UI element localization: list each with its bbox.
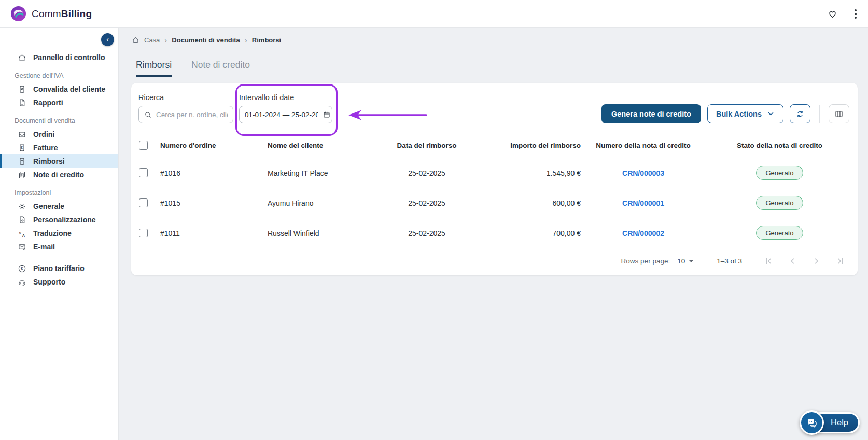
dropdown-arrow-icon	[689, 260, 694, 262]
refresh-button[interactable]	[790, 104, 810, 123]
date-range-input[interactable]	[245, 111, 318, 119]
brand-name: CommBilling	[32, 8, 92, 20]
inbox-icon	[18, 130, 26, 139]
rows-per-page-value: 10	[677, 257, 685, 265]
row-checkbox[interactable]	[139, 229, 148, 237]
sidebar-collapse-button[interactable]: ‹	[101, 33, 114, 46]
table-row: #1015 Ayumu Hirano 25-02-2025 600,00 € C…	[131, 188, 858, 218]
bulk-actions-button[interactable]: Bulk Actions	[707, 104, 783, 123]
credit-note-link[interactable]: CRN/000003	[622, 169, 664, 177]
column-header-credit-note-status: Stato della nota di credito	[702, 137, 858, 158]
sidebar-section-settings: Impostazioni	[0, 189, 118, 196]
credit-note-link[interactable]: CRN/000002	[622, 229, 664, 237]
sidebar-item-translation[interactable]: Traduzione	[0, 226, 118, 240]
chevron-down-icon	[767, 110, 775, 118]
kebab-menu-icon[interactable]	[852, 7, 859, 21]
sidebar-item-email[interactable]: E-mail	[0, 240, 118, 253]
pagination-bar: Rows per page: 10 1–3 of 3	[131, 248, 858, 267]
receipt-return-icon	[18, 157, 26, 166]
toolbar-divider	[819, 105, 820, 123]
help-button[interactable]: Help	[800, 410, 860, 435]
home-icon	[18, 53, 26, 62]
next-page-icon[interactable]	[811, 256, 821, 266]
toolbar-actions: Genera note di credito Bulk Actions	[601, 104, 849, 123]
cell-refund-amount: 600,00 €	[486, 188, 585, 218]
breadcrumb-section[interactable]: Documenti di vendita	[172, 36, 240, 44]
sidebar-section-sales-documents: Documenti di vendita	[0, 117, 118, 124]
tab-bar: Rimborsi Note di credito	[136, 60, 868, 77]
search-label: Ricerca	[138, 93, 233, 102]
sidebar-item-label: Traduzione	[33, 229, 72, 237]
main-content: Casa › Documenti di vendita › Rimborsi R…	[119, 28, 868, 440]
sidebar-item-label: Piano tariffario	[33, 264, 85, 273]
select-all-checkbox[interactable]	[139, 141, 148, 150]
sidebar-item-label: Rimborsi	[33, 157, 65, 165]
row-checkbox[interactable]	[139, 198, 148, 207]
tab-refunds[interactable]: Rimborsi	[136, 60, 172, 77]
tab-credit-notes[interactable]: Note di credito	[191, 60, 250, 77]
column-header-order-number: Numero d'ordine	[156, 137, 263, 158]
sidebar-item-label: E-mail	[33, 243, 55, 251]
sidebar-item-refunds[interactable]: Rimborsi	[0, 154, 118, 168]
columns-button[interactable]	[829, 104, 849, 123]
search-filter: Ricerca	[138, 93, 233, 123]
sidebar-item-label: Ordini	[33, 130, 54, 138]
sidebar-item-support[interactable]: Supporto	[0, 275, 118, 289]
sidebar-item-customer-validation[interactable]: Convalida del cliente	[0, 82, 118, 96]
last-page-icon[interactable]	[835, 256, 845, 266]
sidebar-item-pricing-plan[interactable]: Piano tariffario	[0, 262, 118, 275]
column-header-credit-note-number: Numero della nota di credito	[585, 137, 702, 158]
search-input[interactable]	[156, 111, 228, 119]
row-checkbox[interactable]	[139, 168, 148, 177]
gear-icon	[18, 202, 26, 211]
refunds-card: Ricerca Intervallo di date Gener	[131, 83, 858, 275]
cell-order-number: #1015	[156, 188, 263, 218]
status-badge: Generato	[756, 166, 803, 180]
column-header-customer-name: Nome del cliente	[263, 137, 367, 158]
refunds-table: Numero d'ordine Nome del cliente Data de…	[131, 137, 858, 248]
cell-refund-amount: 700,00 €	[486, 218, 585, 248]
table-row: #1016 Marketing IT Place 25-02-2025 1.54…	[131, 158, 858, 188]
table-header-row: Numero d'ordine Nome del cliente Data de…	[131, 137, 858, 158]
sidebar-item-general[interactable]: Generale	[0, 200, 118, 213]
date-range-label: Intervallo di date	[239, 93, 332, 102]
receipt-euro-icon	[18, 144, 26, 152]
document-gear-icon	[18, 216, 26, 224]
date-range-filter: Intervallo di date	[239, 93, 332, 123]
favorites-heart-icon[interactable]	[827, 8, 838, 19]
bulk-actions-label: Bulk Actions	[716, 110, 762, 118]
help-chat-icon	[800, 410, 824, 435]
pager-controls	[764, 256, 845, 266]
credit-note-link[interactable]: CRN/000001	[622, 199, 664, 207]
columns-icon	[834, 109, 844, 119]
rows-per-page-select[interactable]: 10	[677, 257, 694, 265]
status-badge: Generato	[756, 226, 803, 240]
breadcrumb: Casa › Documenti di vendita › Rimborsi	[119, 28, 868, 44]
sidebar-item-invoices[interactable]: Fatture	[0, 141, 118, 154]
sidebar-item-orders[interactable]: Ordini	[0, 127, 118, 141]
date-range-input-box[interactable]	[239, 106, 332, 123]
previous-page-icon[interactable]	[788, 256, 797, 266]
sidebar-item-label: Rapporti	[33, 98, 63, 107]
sidebar-item-reports[interactable]: Rapporti	[0, 96, 118, 109]
first-page-icon[interactable]	[764, 256, 774, 266]
sidebar-item-customization[interactable]: Personalizzazione	[0, 213, 118, 226]
sidebar-item-label: Note di credito	[33, 171, 84, 179]
copy-document-icon	[18, 171, 26, 179]
home-icon	[132, 36, 139, 44]
rows-per-page-label: Rows per page:	[621, 257, 670, 265]
sidebar-item-label: Fatture	[33, 144, 58, 152]
sidebar-item-credit-notes[interactable]: Note di credito	[0, 168, 118, 181]
filter-row: Ricerca Intervallo di date Gener	[131, 83, 858, 123]
cell-refund-date: 25-02-2025	[367, 218, 486, 248]
refresh-icon	[795, 109, 805, 119]
cell-refund-date: 25-02-2025	[367, 158, 486, 188]
top-bar: CommBilling	[0, 0, 868, 28]
generate-credit-notes-button[interactable]: Genera note di credito	[601, 104, 701, 123]
cell-refund-date: 25-02-2025	[367, 188, 486, 218]
sidebar-item-label: Personalizzazione	[33, 216, 96, 224]
brand-logo-icon	[10, 6, 26, 22]
cell-customer-name: Ayumu Hirano	[263, 188, 367, 218]
sidebar-item-dashboard[interactable]: Pannello di controllo	[0, 51, 118, 64]
breadcrumb-home[interactable]: Casa	[144, 36, 160, 44]
